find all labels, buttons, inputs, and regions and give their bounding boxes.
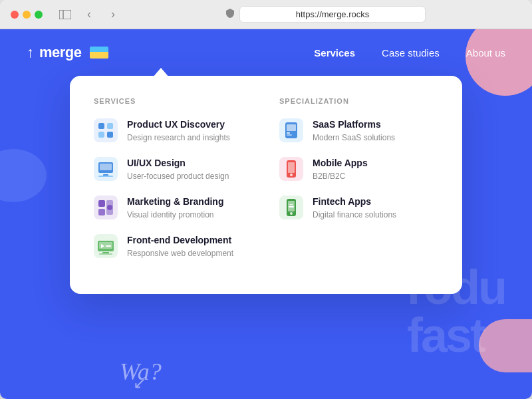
svg-rect-5 (98, 132, 104, 138)
marketing-item-title: Marketing & Branding (127, 196, 253, 207)
mobile-item-title: Mobile Apps (313, 157, 438, 169)
menu-item-mobile[interactable]: Mobile Apps B2B/B2C (279, 157, 438, 182)
svg-rect-31 (288, 162, 295, 173)
services-column: SERVICES (94, 97, 253, 273)
url-bar[interactable]: https://merge.rocks (239, 6, 426, 23)
fintech-item-desc: Digital finance solutions (313, 209, 438, 221)
dropdown-menu: SERVICES (70, 76, 462, 294)
logo-text: merge (39, 44, 82, 61)
specialization-column: SPECIALIZATION (279, 97, 438, 273)
ux-item-desc: Design research and insights (127, 132, 253, 144)
maximize-button[interactable] (35, 11, 43, 19)
svg-rect-11 (98, 176, 113, 177)
main-navbar: ↑ merge Services Case studies About us (0, 29, 532, 76)
mobile-item-text: Mobile Apps B2B/B2C (313, 157, 438, 182)
dropdown-wrapper: SERVICES (0, 76, 532, 294)
marketing-item-text: Marketing & Branding Visual identity pro… (127, 196, 253, 221)
svg-rect-2 (94, 118, 118, 142)
svg-rect-9 (100, 164, 112, 170)
ux-icon (94, 118, 118, 142)
frontend-item-text: Front-end Development Responsive web dev… (127, 234, 253, 259)
fintech-icon (279, 196, 303, 219)
svg-rect-12 (94, 196, 118, 219)
frontend-item-desc: Responsive web development (127, 248, 253, 259)
svg-rect-0 (59, 10, 71, 19)
logo-arrow-icon: ↑ (27, 44, 34, 61)
nav-services[interactable]: Services (314, 47, 355, 59)
forward-button[interactable]: › (104, 5, 122, 24)
svg-rect-6 (107, 132, 113, 138)
browser-nav-controls: ‹ › (56, 5, 122, 24)
address-bar-container: https://merge.rocks (130, 6, 521, 23)
saas-item-text: SaaS Platforms Modern SaaS solutions (313, 118, 438, 144)
logo-flag (90, 47, 108, 59)
svg-rect-26 (287, 124, 296, 131)
menu-item-fintech[interactable]: Fintech Apps Digital finance solutions (279, 196, 438, 221)
traffic-lights (11, 11, 43, 19)
svg-point-38 (290, 212, 293, 215)
menu-item-ux[interactable]: Product UX Discovery Design research and… (94, 118, 253, 144)
specialization-column-title: SPECIALIZATION (279, 97, 438, 105)
website-content: ↑ merge Services Case studies About us S… (0, 29, 532, 399)
dropdown-triangle (153, 68, 169, 77)
mobile-item-desc: B2B/B2C (313, 171, 438, 182)
fintech-item-text: Fintech Apps Digital finance solutions (313, 196, 438, 221)
svg-rect-36 (289, 206, 294, 207)
arrow-down-decoration: ↙ (133, 374, 146, 392)
svg-rect-37 (289, 204, 293, 205)
mobile-icon (279, 157, 303, 181)
ui-item-text: UI/UX Design User-focused product design (127, 157, 253, 182)
fintech-item-title: Fintech Apps (313, 196, 438, 207)
svg-rect-4 (107, 123, 113, 129)
menu-item-ui[interactable]: UI/UX Design User-focused product design (94, 157, 253, 182)
security-icon (226, 9, 234, 20)
ux-item-title: Product UX Discovery (127, 118, 253, 130)
menu-item-marketing[interactable]: Marketing & Branding Visual identity pro… (94, 196, 253, 221)
minimize-button[interactable] (23, 11, 31, 19)
sidebar-toggle[interactable] (56, 5, 74, 24)
ui-icon (94, 157, 118, 181)
ui-item-desc: User-focused product design (127, 171, 253, 182)
saas-icon (279, 118, 303, 142)
ui-item-title: UI/UX Design (127, 157, 253, 169)
svg-rect-14 (98, 209, 105, 215)
svg-rect-27 (287, 132, 290, 134)
browser-titlebar: ‹ › https://merge.rocks (0, 0, 532, 29)
marketing-icon (94, 196, 118, 219)
logo[interactable]: ↑ merge (27, 44, 108, 61)
svg-rect-23 (99, 253, 112, 255)
close-button[interactable] (11, 11, 19, 19)
svg-rect-3 (98, 123, 104, 129)
browser-window: ‹ › https://merge.rocks ↑ merge (0, 0, 532, 399)
svg-point-16 (107, 205, 112, 210)
menu-item-frontend[interactable]: Front-end Development Responsive web dev… (94, 234, 253, 259)
frontend-item-title: Front-end Development (127, 234, 253, 246)
saas-item-desc: Modern SaaS solutions (313, 132, 438, 144)
marketing-item-desc: Visual identity promotion (127, 209, 253, 221)
back-button[interactable]: ‹ (80, 5, 98, 24)
menu-item-saas[interactable]: SaaS Platforms Modern SaaS solutions (279, 118, 438, 144)
svg-rect-21 (106, 245, 111, 247)
svg-rect-28 (287, 134, 292, 136)
nav-about-us[interactable]: About us (466, 47, 505, 59)
nav-case-studies[interactable]: Case studies (382, 47, 440, 59)
svg-rect-13 (98, 200, 105, 207)
saas-item-title: SaaS Platforms (313, 118, 438, 130)
services-column-title: SERVICES (94, 97, 253, 105)
frontend-icon (94, 234, 118, 258)
nav-links: Services Case studies About us (314, 47, 505, 59)
ux-item-text: Product UX Discovery Design research and… (127, 118, 253, 144)
svg-point-32 (290, 174, 293, 176)
